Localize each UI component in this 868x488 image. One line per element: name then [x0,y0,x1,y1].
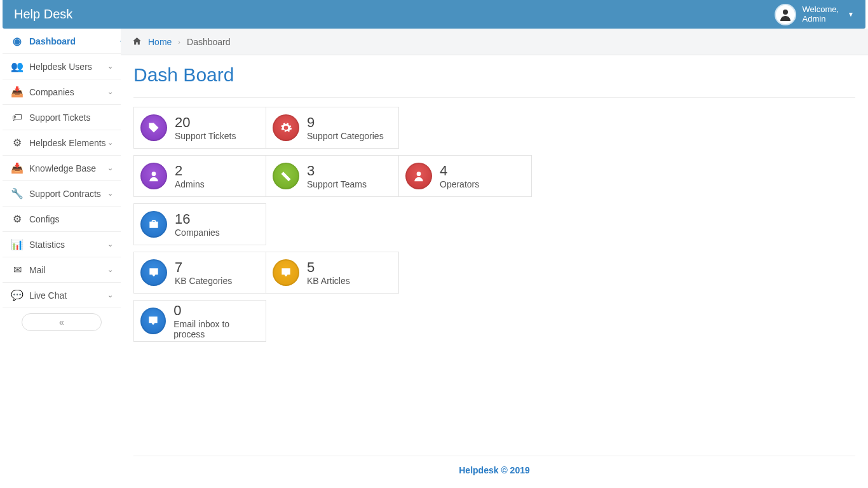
sidebar-item-helpdesk-users[interactable]: 👥Helpdesk Users⌄ [3,54,121,79]
tile-kb-categories[interactable]: 7KB Categories [133,252,266,294]
tile-count: 0 [173,302,259,319]
ticket-icon [273,163,299,189]
sidebar-item-label: Companies [29,87,74,97]
topbar: Help Desk Welcome, Admin ▼ [3,0,865,29]
user-icon [405,163,432,189]
sidebar-item-label: Mail [29,265,46,275]
sidebar-item-label: Configs [29,214,59,224]
divider [133,97,855,98]
tile-count: 2 [175,163,205,179]
sidebar-item-dashboard[interactable]: ◉Dashboard [3,29,121,54]
dashboard-icon: ◉ [10,35,24,47]
sidebar-item-label: Helpdesk Users [29,62,92,72]
inbox-icon: 📥 [10,86,24,98]
chevron-down-icon: ⌄ [107,139,113,147]
tile-kb-articles[interactable]: 5KB Articles [266,252,399,294]
sidebar-item-label: Dashboard [29,36,76,46]
tile-label: Admins [175,179,205,189]
sidebar-item-configs[interactable]: ⚙Configs [3,207,121,232]
chevron-down-icon: ⌄ [107,164,113,172]
home-icon [132,36,142,48]
tile-count: 20 [175,114,236,131]
breadcrumb-current: Dashboard [187,37,231,47]
sidebar-item-support-tickets[interactable]: 🏷Support Tickets [3,105,121,130]
gear-icon: ⚙ [10,137,24,149]
sidebar-item-label: Helpdesk Elements [29,138,106,148]
tile-count: 3 [307,163,367,179]
tile-count: 9 [307,114,384,131]
tile-row: 0Email inbox to process [133,300,855,342]
tile-count: 7 [175,259,232,276]
sidebar-item-label: Live Chat [29,290,67,301]
tile-companies[interactable]: 16Companies [133,203,266,245]
gear-icon: ⚙ [10,213,24,225]
footer: Helpdesk © 2019 [133,456,855,475]
collapse-sidebar-button[interactable]: « [22,313,102,331]
user-menu[interactable]: Welcome, Admin ▼ [775,4,854,25]
tile-count: 5 [307,259,350,276]
inbox-icon [140,259,167,286]
tile-row: 7KB Categories5KB Articles [133,252,855,294]
tile-count: 16 [175,211,220,227]
dashboard-tiles: 20Support Tickets9Support Categories2Adm… [121,107,868,342]
sidebar: ◉Dashboard👥Helpdesk Users⌄📥Companies⌄🏷Su… [3,29,121,331]
username: Admin [803,14,826,24]
sidebar-item-companies[interactable]: 📥Companies⌄ [3,79,121,105]
inbox-icon [273,259,299,286]
tile-label: Support Tickets [175,131,236,141]
svg-point-0 [783,10,788,15]
tile-label: Support Categories [307,131,384,141]
tile-label: Email inbox to process [173,319,259,339]
tags-icon: 🏷 [10,112,24,123]
tile-row: 2Admins3Support Teams4Operators [133,155,855,197]
sidebar-item-statistics[interactable]: 📊Statistics⌄ [3,232,121,257]
tile-row: 20Support Tickets9Support Categories [133,107,855,149]
tags-icon [140,114,167,141]
breadcrumb-home-link[interactable]: Home [148,37,172,47]
chevron-down-icon: ⌄ [107,291,113,299]
sidebar-item-helpdesk-elements[interactable]: ⚙Helpdesk Elements⌄ [3,130,121,156]
tile-support-categories[interactable]: 9Support Categories [266,107,399,149]
users-icon: 👥 [10,60,24,72]
welcome-text: Welcome, [803,4,839,14]
sidebar-item-mail[interactable]: ✉Mail⌄ [3,257,121,283]
chevron-down-icon: ⌄ [107,266,113,274]
tile-label: Operators [440,179,479,189]
brand-title: Help Desk [14,7,72,22]
tile-support-tickets[interactable]: 20Support Tickets [133,107,266,149]
breadcrumb: Home › Dashboard [121,29,868,55]
tile-row: 16Companies [133,203,855,245]
sidebar-item-label: Support Contracts [29,189,101,199]
tile-email-inbox-to-process[interactable]: 0Email inbox to process [133,300,266,342]
wrench-icon: 🔧 [10,187,24,200]
inbox-icon [140,308,166,334]
chevron-down-icon: ⌄ [107,88,113,96]
chevron-down-icon: ⌄ [107,62,113,71]
sidebar-item-live-chat[interactable]: 💬Live Chat⌄ [3,283,121,308]
svg-point-3 [417,172,421,176]
tile-count: 4 [440,163,479,179]
tile-admins[interactable]: 2Admins [133,155,266,197]
chevron-down-icon: ⌄ [107,189,113,198]
briefcase-icon [140,211,167,238]
tile-support-teams[interactable]: 3Support Teams [266,155,399,197]
sidebar-item-label: Statistics [29,240,65,250]
avatar [775,4,796,25]
sidebar-item-knowledge-base[interactable]: 📥Knowledge Base⌄ [3,156,121,181]
tile-label: Companies [175,227,220,238]
main: Home › Dashboard Dash Board 20Support Ti… [121,29,868,488]
chat-icon: 💬 [10,289,24,301]
svg-point-2 [152,172,156,176]
svg-point-1 [151,125,153,126]
breadcrumb-separator-icon: › [178,38,180,46]
page-title: Dash Board [133,64,855,86]
sidebar-item-label: Support Tickets [29,112,91,123]
user-icon [140,163,167,189]
gear-icon [273,114,299,141]
sidebar-item-support-contracts[interactable]: 🔧Support Contracts⌄ [3,181,121,207]
caret-down-icon: ▼ [848,11,854,18]
tile-label: KB Categories [175,276,232,286]
envelope-icon: ✉ [10,264,24,276]
sidebar-item-label: Knowledge Base [29,163,96,173]
tile-operators[interactable]: 4Operators [399,155,532,197]
